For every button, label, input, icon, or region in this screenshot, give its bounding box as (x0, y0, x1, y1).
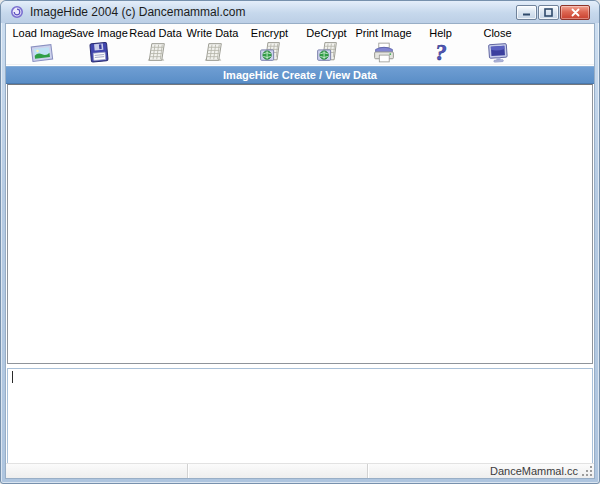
toolbar-button-label: Load Image (12, 27, 70, 39)
client-area: Load Image Save Image (5, 23, 595, 479)
image-icon (29, 40, 55, 65)
toolbar-button-label: Print Image (355, 27, 411, 39)
titlebar[interactable]: ImageHide 2004 (c) Dancemammal.com (1, 1, 599, 23)
globe-spreadsheet-icon (314, 40, 340, 65)
minimize-button[interactable] (516, 5, 537, 20)
decrypt-button[interactable]: DeCrypt (298, 24, 355, 65)
help-button[interactable]: Help ? (412, 24, 469, 65)
close-button[interactable] (560, 5, 590, 20)
window-controls (516, 5, 590, 20)
spreadsheet-icon (200, 40, 226, 65)
toolbar-button-label: Close (483, 27, 511, 39)
statusbar-site-label: DanceMammal.cc (490, 465, 578, 477)
floppy-disk-icon (86, 40, 112, 65)
globe-spreadsheet-icon (257, 40, 283, 65)
maximize-icon (544, 8, 553, 17)
close-app-button[interactable]: Close (469, 24, 526, 65)
statusbar: DanceMammal.cc (6, 463, 594, 478)
statusbar-panel-1 (6, 464, 188, 478)
resize-grip[interactable] (581, 465, 593, 477)
section-header: ImageHide Create / View Data (6, 66, 594, 84)
statusbar-panel-3: DanceMammal.cc (368, 464, 594, 478)
print-image-button[interactable]: Print Image (355, 24, 412, 65)
write-data-button[interactable]: Write Data (184, 24, 241, 65)
image-display-panel (7, 84, 593, 364)
app-window: ImageHide 2004 (c) Dancemammal.com (0, 0, 600, 484)
window-title: ImageHide 2004 (c) Dancemammal.com (30, 5, 245, 19)
toolbar-button-label: Read Data (129, 27, 182, 39)
question-mark-icon: ? (428, 40, 454, 65)
save-image-button[interactable]: Save Image (70, 24, 127, 65)
printer-icon (371, 40, 397, 65)
toolbar-button-label: Encrypt (251, 27, 288, 39)
read-data-button[interactable]: Read Data (127, 24, 184, 65)
toolbar-button-label: Help (429, 27, 452, 39)
toolbar-button-label: DeCrypt (306, 27, 346, 39)
svg-text:?: ? (435, 40, 446, 65)
toolbar: Load Image Save Image (6, 24, 594, 65)
spreadsheet-icon (143, 40, 169, 65)
minimize-icon (522, 8, 531, 17)
app-icon (10, 5, 24, 19)
load-image-button[interactable]: Load Image (13, 24, 70, 65)
toolbar-button-label: Write Data (187, 27, 239, 39)
statusbar-panel-2 (188, 464, 368, 478)
screen: ImageHide 2004 (c) Dancemammal.com (0, 0, 600, 484)
hidden-data-editor[interactable] (7, 368, 593, 465)
text-caret (12, 371, 13, 383)
maximize-button[interactable] (538, 5, 559, 20)
section-header-title: ImageHide Create / View Data (223, 69, 377, 81)
monitor-icon (485, 40, 511, 65)
toolbar-button-label: Save Image (69, 27, 128, 39)
close-icon (571, 8, 580, 17)
encrypt-button[interactable]: Encrypt (241, 24, 298, 65)
